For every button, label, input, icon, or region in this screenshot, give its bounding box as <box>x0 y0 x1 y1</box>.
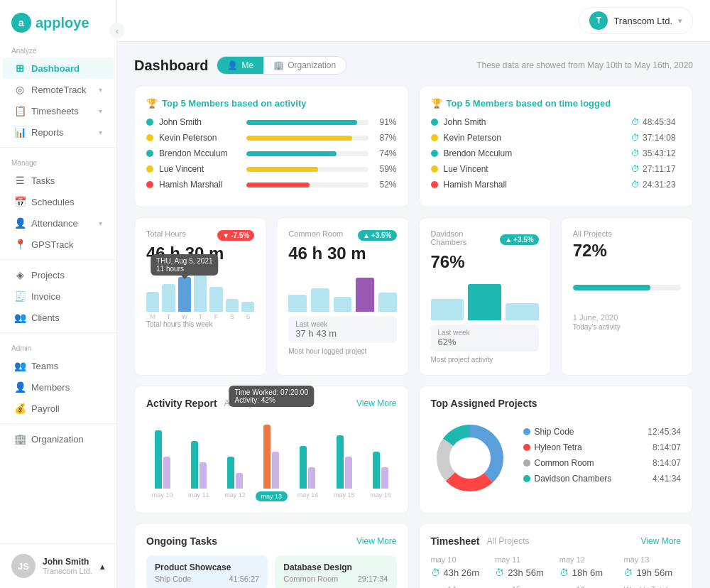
common-room-chart <box>288 269 396 312</box>
legend-dot <box>523 475 530 482</box>
sidebar-item-organization[interactable]: 🏢 Organization <box>3 428 114 450</box>
chevron-icon: ▾ <box>99 86 102 94</box>
sidebar-item-clients[interactable]: 👥 Clients <box>3 307 114 328</box>
total-hours-label: Total Hours <box>146 229 186 238</box>
legend-row: Hyleon Tetra 8:14:07 <box>523 442 682 452</box>
time-member-row: Kevin Peterson ⏱ 37:14:08 <box>431 133 682 143</box>
top5-time-card: 🏆 Top 5 Members based on time logged Joh… <box>419 86 694 207</box>
sidebar-item-remotetrack[interactable]: ◎ RemoteTrack ▾ <box>3 79 114 100</box>
total-hours-badge: ▼ -7.5% <box>217 230 254 241</box>
ts-date: may 14 <box>431 585 488 588</box>
legend-row: Common Room 8:14:07 <box>523 458 682 468</box>
sidebar-item-invoice[interactable]: 🧾 Invoice <box>3 285 114 307</box>
timesheet-view-more[interactable]: View More <box>641 536 681 546</box>
timesheet-card: Timesheet All Projects View More may 10 … <box>419 523 694 588</box>
company-selector[interactable]: T Transcom Ltd. ▾ <box>579 7 693 34</box>
task-time: 29:17:34 <box>358 575 388 583</box>
tab-me[interactable]: 👤 Me <box>217 57 263 74</box>
teal-bar <box>337 435 344 489</box>
sidebar-item-teams[interactable]: 👥 Teams <box>3 355 114 376</box>
sidebar-label-clients: Clients <box>31 312 60 323</box>
weekly-label: Weekly Total <box>623 585 681 588</box>
sidebar-item-tasks[interactable]: ☰ Tasks <box>3 170 114 191</box>
task-project: Common Room <box>283 575 338 583</box>
member-bar-fill <box>246 136 353 141</box>
trophy2-icon: 🏆 <box>431 98 442 109</box>
all-projects-card: All Projects 72% 1 June, 2020 Today's ac… <box>561 217 693 376</box>
user-profile[interactable]: JS John Smith Transcom Ltd. ▴ <box>0 543 116 588</box>
activity-report-title: Activity Report <box>146 398 217 409</box>
member-time: ⏱ 27:11:17 <box>631 164 681 174</box>
bar-tooltip: THU, Aug 5, 2021 11 hours <box>151 254 219 276</box>
common-room-subvalue: 37 h 43 m <box>295 328 389 339</box>
hour-bar <box>162 284 175 312</box>
purple-bar <box>345 457 352 489</box>
davidson-label: Davidson Chambers <box>431 229 501 246</box>
org-icon: 🏢 <box>273 60 284 70</box>
remotetrack-icon: ◎ <box>14 84 26 95</box>
legend-name: Hyleon Tetra <box>535 442 582 452</box>
activity-view-more[interactable]: View More <box>356 398 396 408</box>
legend-dot <box>523 428 530 435</box>
time-member-row: Lue Vincent ⏱ 27:11:17 <box>431 164 682 174</box>
stats-row: Total Hours ▼ -7.5% 46 h 30 m THU, Aug 5… <box>134 217 693 376</box>
sidebar-item-payroll[interactable]: 💰 Payroll <box>3 398 114 419</box>
company-name: Transcom Ltd. <box>613 16 672 26</box>
total-hours-card: Total Hours ▼ -7.5% 46 h 30 m THU, Aug 5… <box>134 217 266 376</box>
sidebar-item-projects[interactable]: ◈ Projects <box>3 264 114 285</box>
sidebar-label-payroll: Payroll <box>31 403 60 414</box>
tasks-view-more[interactable]: View More <box>356 536 396 546</box>
sidebar-item-schedules[interactable]: 📅 Schedules <box>3 191 114 212</box>
activity-column <box>364 418 396 489</box>
sidebar-item-dashboard[interactable]: ⊞ Dashboard <box>3 58 114 79</box>
task-name: Database Design <box>283 562 388 572</box>
member-name: Lue Vincent <box>159 164 241 174</box>
ts-date: may 12 <box>559 555 617 564</box>
member-name: John Smith <box>159 117 241 127</box>
user-company: Transcom Ltd. <box>43 567 93 575</box>
activity-chart-container: Time Worked: 07:20:00Activity: 42% may 1… <box>146 418 397 501</box>
bar-pair: Time Worked: 07:20:00Activity: 42% <box>256 418 288 489</box>
clock-icon: ⏱ <box>559 567 569 578</box>
clients-icon: 👥 <box>14 312 26 323</box>
sidebar-item-timesheets[interactable]: 📋 Timesheets ▾ <box>3 100 114 121</box>
activity-column <box>182 418 214 489</box>
chart-label: may 11 <box>182 491 214 501</box>
section-manage: Manage <box>0 152 116 170</box>
sidebar-item-gpstrack[interactable]: 📍 GPSTrack <box>3 234 114 255</box>
activity-tooltip: Time Worked: 07:20:00Activity: 42% <box>229 386 314 407</box>
tab-organization[interactable]: 🏢 Organization <box>263 57 346 74</box>
ts-time: ⏱ 43h 26m <box>431 567 488 578</box>
top5-activity-title: 🏆 Top 5 Members based on activity <box>146 98 397 109</box>
sidebar-item-reports[interactable]: 📊 Reports ▾ <box>3 121 114 143</box>
activity-chart-labels: may 10may 11may 12may 13may 14may 15may … <box>146 491 397 501</box>
down-arrow-icon: ▼ <box>222 232 229 239</box>
timesheet-subtitle: All Projects <box>487 536 530 546</box>
hours-chart: THU, Aug 5, 2021 11 hours <box>146 269 254 312</box>
sidebar-item-attendance[interactable]: 👤 Attendance ▾ <box>3 212 114 234</box>
clock-icon: ⏱ <box>631 180 640 190</box>
sidebar-label-attendance: Attendance <box>31 218 78 229</box>
member-dot <box>431 119 438 126</box>
timesheet-cell: may 15 ⏱ 28h 34m <box>495 585 552 588</box>
ts-date: may 13 <box>623 555 681 564</box>
member-dot <box>431 181 438 188</box>
sidebar-item-members[interactable]: 👤 Members <box>3 376 114 398</box>
page-title: Dashboard <box>134 58 208 74</box>
member-bar-track <box>246 120 368 125</box>
donut-chart <box>431 419 509 497</box>
sidebar-collapse-button[interactable]: ‹ <box>109 23 125 38</box>
time-member-row: Brendon Mcculum ⏱ 35:43:12 <box>431 148 682 158</box>
all-projects-label: All Projects <box>573 229 681 238</box>
legend-time: 8:14:07 <box>652 442 681 452</box>
time-members-list: John Smith ⏱ 48:45:34 Kevin Peterson ⏱ 3… <box>431 117 682 190</box>
total-hours-sublabel: Total hours this week <box>146 320 254 328</box>
member-time: ⏱ 35:43:12 <box>631 148 681 158</box>
timesheet-grid: may 10 ⏱ 43h 26m may 11 ⏱ 23h 56m may 12… <box>431 555 682 588</box>
top5-activity-card: 🏆 Top 5 Members based on activity John S… <box>134 86 409 207</box>
teal-bar <box>300 446 307 489</box>
chart-label: may 13 <box>256 491 288 501</box>
activity-member-row: Kevin Peterson 87% <box>146 133 397 143</box>
member-name: Brendon Mcculum <box>159 148 241 158</box>
teal-bar <box>191 441 198 489</box>
